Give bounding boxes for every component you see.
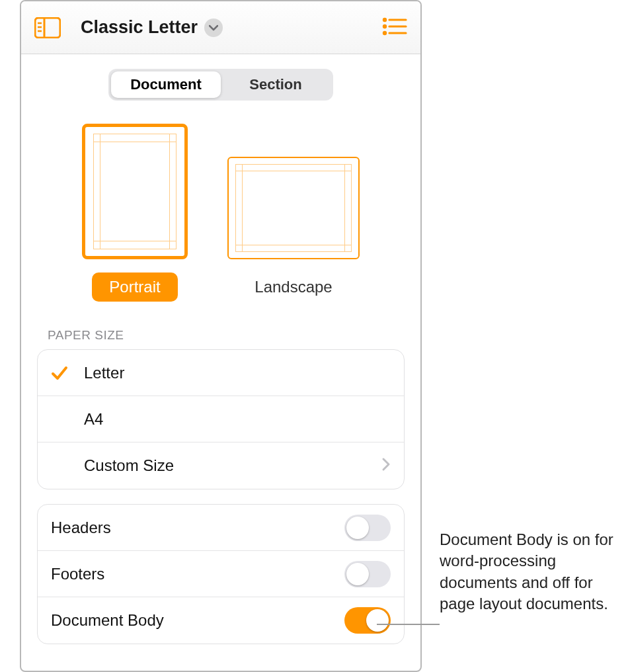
toggle-label: Document Body (51, 611, 164, 630)
paper-size-option-letter[interactable]: Letter (38, 350, 404, 396)
toolbar: Classic Letter (21, 1, 420, 54)
document-settings-panel: Classic Letter Document Section (20, 0, 422, 672)
toggle-row-headers: Headers (38, 505, 404, 551)
portrait-label: Portrait (92, 273, 177, 302)
callout-text: Document Body is on for word-processing … (440, 529, 618, 615)
toggle-row-document-body: Document Body (38, 597, 404, 644)
paper-size-option-custom[interactable]: Custom Size (38, 442, 404, 489)
landscape-label: Landscape (237, 273, 349, 302)
toggle-row-footers: Footers (38, 551, 404, 597)
footers-switch[interactable] (344, 561, 391, 587)
toggle-label: Headers (51, 519, 111, 537)
portrait-thumbnail (82, 124, 188, 259)
toggles-list: Headers Footers Document Body (37, 504, 405, 644)
paper-size-header: PAPER SIZE (48, 328, 420, 343)
row-label: Custom Size (84, 456, 381, 475)
document-title: Classic Letter (81, 17, 198, 38)
orientation-portrait[interactable]: Portrait (82, 124, 188, 302)
chevron-down-icon (204, 19, 223, 37)
tab-section[interactable]: Section (221, 71, 331, 98)
tab-document[interactable]: Document (111, 71, 221, 98)
headers-switch[interactable] (344, 515, 391, 541)
toggle-label: Footers (51, 565, 104, 583)
orientation-selector: Portrait Landscape (21, 124, 420, 302)
checkmark-icon (51, 364, 84, 382)
orientation-landscape[interactable]: Landscape (227, 124, 360, 302)
row-label: A4 (84, 410, 391, 429)
row-label: Letter (84, 364, 391, 382)
landscape-thumbnail (227, 157, 360, 259)
paper-size-option-a4[interactable]: A4 (38, 396, 404, 442)
callout-leader-line (377, 624, 440, 625)
more-options-button[interactable] (381, 16, 407, 40)
svg-point-5 (383, 17, 387, 21)
paper-size-list: Letter A4 Custom Size (37, 349, 405, 489)
tab-segmented-control: Document Section (108, 69, 333, 101)
svg-point-7 (383, 30, 387, 34)
document-body-switch[interactable] (344, 607, 391, 634)
svg-point-6 (383, 24, 387, 28)
chevron-right-icon (381, 456, 391, 476)
document-title-dropdown[interactable]: Classic Letter (81, 17, 223, 38)
sidebar-toggle-button[interactable] (34, 17, 67, 38)
